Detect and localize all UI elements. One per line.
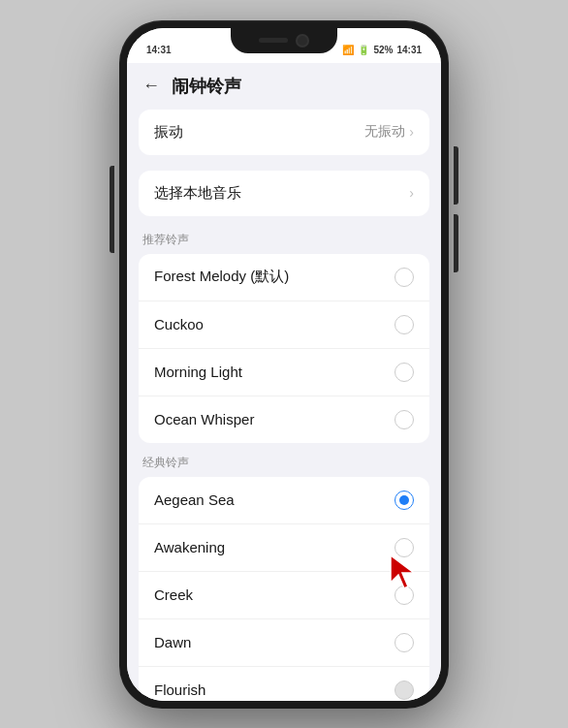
- volume-down-button[interactable]: [454, 214, 458, 272]
- vibration-row[interactable]: 振动 无振动 ›: [139, 110, 429, 155]
- radio-button[interactable]: [394, 538, 414, 557]
- status-right: 📶 🔋 52% 14:31: [342, 41, 422, 55]
- local-music-card: 选择本地音乐 ›: [139, 171, 429, 216]
- page-title: 闹钟铃声: [172, 75, 241, 98]
- camera: [296, 34, 309, 47]
- radio-button[interactable]: [394, 410, 414, 429]
- item-label: Creek: [154, 586, 193, 603]
- status-time-right: 14:31: [396, 45, 422, 55]
- back-button[interactable]: ←: [142, 76, 160, 96]
- item-label: Morning Light: [154, 364, 242, 380]
- local-music-chevron: ›: [409, 185, 414, 201]
- vibration-value: 无振动: [364, 123, 405, 141]
- radio-button[interactable]: [394, 268, 414, 287]
- list-item[interactable]: Forest Melody (默认): [139, 254, 429, 301]
- local-music-label: 选择本地音乐: [154, 184, 241, 203]
- classic-list: Aegean Sea Awakening Creek Dawn: [139, 477, 429, 701]
- list-item[interactable]: Dawn: [139, 619, 429, 667]
- screen-content: ← 闹钟铃声 振动 无振动 ›: [127, 63, 441, 701]
- scroll-area[interactable]: 振动 无振动 › 选择本地音乐 › 推荐铃声: [127, 106, 441, 701]
- radio-button[interactable]: [394, 363, 414, 382]
- phone-screen: 14:31 📶 🔋 52% 14:31 ← 闹钟铃声 振动: [127, 28, 441, 701]
- list-item[interactable]: Cuckoo: [139, 301, 429, 349]
- item-label: Aegean Sea: [154, 491, 235, 508]
- list-item[interactable]: Ocean Whisper: [139, 396, 429, 443]
- phone-frame: 14:31 📶 🔋 52% 14:31 ← 闹钟铃声 振动: [119, 20, 449, 709]
- list-item[interactable]: Creek: [139, 572, 429, 619]
- list-item[interactable]: Morning Light: [139, 349, 429, 396]
- item-label: Flourish: [154, 681, 205, 698]
- vibration-label: 振动: [154, 123, 183, 142]
- volume-up-button[interactable]: [454, 146, 458, 205]
- radio-button[interactable]: [394, 586, 414, 605]
- status-time: 14:31: [146, 41, 172, 55]
- item-label: Cuckoo: [154, 316, 204, 332]
- battery-percent: 52%: [373, 45, 393, 55]
- local-music-row[interactable]: 选择本地音乐 ›: [139, 171, 429, 216]
- status-bar: 14:31 📶 🔋 52% 14:31: [127, 28, 441, 63]
- item-label: Ocean Whisper: [154, 411, 254, 427]
- radio-button[interactable]: [394, 633, 414, 652]
- recommended-list: Forest Melody (默认) Cuckoo Morning Light …: [139, 254, 429, 443]
- list-item[interactable]: Flourish: [139, 667, 429, 701]
- radio-button[interactable]: [394, 315, 414, 334]
- notch: [231, 28, 337, 53]
- vibration-card: 振动 无振动 ›: [139, 110, 429, 155]
- top-bar: ← 闹钟铃声: [127, 63, 441, 106]
- battery-icon: 🔋: [358, 45, 369, 55]
- vibration-chevron: ›: [409, 124, 414, 140]
- power-button[interactable]: [110, 166, 114, 253]
- speaker: [259, 38, 288, 43]
- item-label: Forest Melody (默认): [154, 268, 289, 286]
- list-item[interactable]: Awakening: [139, 524, 429, 572]
- vibration-value-group: 无振动 ›: [364, 123, 414, 141]
- item-label: Awakening: [154, 539, 225, 555]
- signal-icon: 📶: [342, 45, 354, 55]
- item-label: Dawn: [154, 634, 191, 650]
- list-item[interactable]: Aegean Sea: [139, 477, 429, 524]
- radio-button-selected[interactable]: [394, 491, 414, 510]
- recommended-header: 推荐铃声: [127, 220, 441, 254]
- radio-button-partial[interactable]: [394, 681, 414, 700]
- classic-header: 经典铃声: [127, 443, 441, 477]
